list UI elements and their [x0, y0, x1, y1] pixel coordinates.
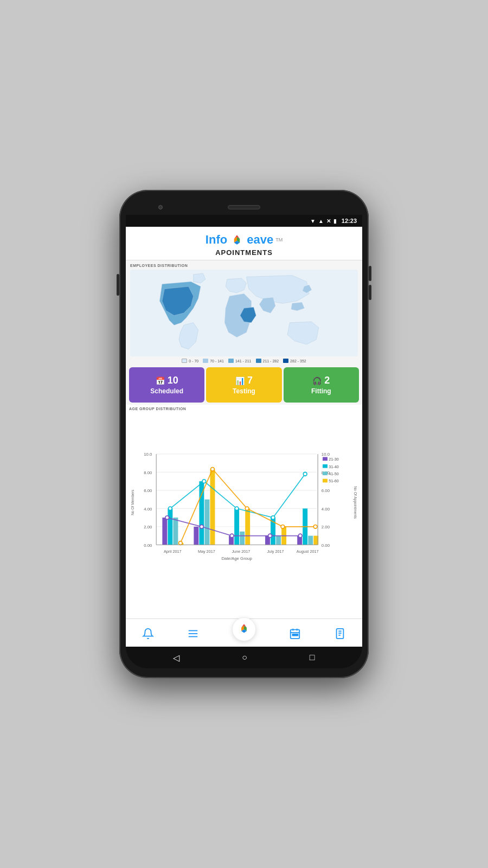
svg-rect-40 — [308, 536, 313, 545]
logo-tm: TM — [275, 237, 282, 242]
logo-info-text: Info — [206, 233, 227, 247]
svg-rect-26 — [194, 527, 198, 545]
home-logo-icon — [237, 622, 251, 636]
svg-text:July 2017: July 2017 — [267, 549, 284, 554]
svg-point-56 — [313, 525, 317, 528]
status-bar: ▼ ▲ ✕ ▮ 12:23 — [126, 215, 362, 227]
svg-text:31-40: 31-40 — [329, 464, 339, 469]
chart-wrapper: 10.0 8.00 6.00 4.00 2.00 0.00 10.0 8.00 … — [129, 412, 359, 617]
map-section-label: EMPLOYEES DISTRIBUTION — [130, 264, 358, 267]
svg-rect-82 — [294, 634, 296, 635]
nav-calendar[interactable] — [289, 628, 301, 640]
logo: Info eave TM — [206, 232, 282, 247]
svg-text:No Of Members: No Of Members — [131, 489, 134, 515]
testing-label: Testing — [233, 387, 255, 395]
svg-text:2.00: 2.00 — [144, 525, 152, 529]
nav-home[interactable] — [232, 617, 256, 641]
svg-text:41-50: 41-50 — [329, 471, 339, 476]
svg-text:0.00: 0.00 — [144, 543, 152, 548]
svg-rect-31 — [234, 508, 239, 545]
wifi-icon: ▼ — [310, 218, 316, 224]
svg-point-49 — [235, 507, 239, 510]
signal-icon: ▲ — [318, 218, 324, 224]
chart-section: AGE GROUP DISTRIBUTION 10.0 8.00 6.00 — [126, 405, 362, 618]
stats-row: 📅 10 Scheduled 📊 7 Testing 🎧 2 Fitting — [126, 365, 362, 405]
svg-rect-72 — [323, 479, 328, 483]
svg-text:6.00: 6.00 — [322, 488, 330, 493]
svg-rect-1 — [129, 442, 359, 588]
svg-text:August 2017: August 2017 — [297, 549, 319, 554]
calendar-icon: 📅 — [156, 376, 165, 385]
svg-point-47 — [169, 507, 172, 510]
svg-point-55 — [281, 525, 285, 528]
svg-text:No Of Appointments: No Of Appointments — [353, 486, 357, 519]
recents-button[interactable]: □ — [310, 653, 315, 662]
chart-label: AGE GROUP DISTRIBUTION — [129, 407, 359, 411]
legend-item-5: 282 - 352 — [283, 359, 306, 363]
app-screen: Info eave TM APOINTMENTS EMPLOYEES DISTR… — [126, 227, 362, 647]
svg-point-53 — [211, 467, 215, 471]
svg-rect-81 — [292, 634, 294, 635]
back-button[interactable]: ◁ — [173, 653, 179, 663]
svg-point-46 — [298, 534, 302, 538]
map-section: EMPLOYEES DISTRIBUTION — [126, 260, 362, 365]
svg-text:6.00: 6.00 — [144, 488, 152, 493]
svg-rect-36 — [276, 536, 281, 545]
svg-text:10.0: 10.0 — [144, 452, 152, 457]
svg-rect-28 — [204, 500, 209, 545]
stat-testing[interactable]: 📊 7 Testing — [206, 367, 281, 403]
svg-point-51 — [303, 472, 307, 476]
svg-text:10.0: 10.0 — [322, 452, 330, 457]
svg-text:Date/Age Group: Date/Age Group — [221, 556, 252, 561]
nav-documents[interactable] — [334, 628, 346, 640]
svg-text:2.00: 2.00 — [322, 525, 330, 529]
app-header: Info eave TM APOINTMENTS — [126, 227, 362, 260]
svg-point-52 — [178, 541, 182, 545]
svg-rect-24 — [173, 518, 178, 545]
stat-fitting[interactable]: 🎧 2 Fitting — [284, 367, 359, 403]
svg-rect-23 — [168, 508, 172, 545]
svg-rect-68 — [323, 464, 328, 468]
svg-text:April 2017: April 2017 — [164, 549, 182, 554]
stat-scheduled[interactable]: 📅 10 Scheduled — [129, 367, 204, 403]
svg-point-50 — [271, 516, 275, 520]
svg-rect-32 — [240, 532, 245, 545]
svg-point-48 — [202, 480, 206, 483]
phone-top-bar — [126, 200, 362, 215]
svg-rect-22 — [162, 518, 167, 545]
svg-point-44 — [230, 534, 234, 538]
map-legend: 0 - 70 70 - 141 141 - 211 211 - 282 282 … — [130, 359, 358, 363]
legend-item-4: 211 - 282 — [256, 359, 279, 363]
battery-icon: ▮ — [333, 218, 337, 224]
svg-rect-33 — [245, 508, 250, 545]
world-map — [130, 270, 358, 356]
svg-rect-29 — [210, 469, 215, 545]
headphone-icon: 🎧 — [312, 376, 322, 385]
svg-point-45 — [268, 534, 272, 538]
legend-item-3: 141 - 211 — [228, 359, 252, 363]
logo-eave-text: eave — [247, 233, 273, 247]
svg-point-42 — [165, 516, 169, 520]
testing-number: 7 — [247, 375, 253, 386]
svg-point-43 — [200, 525, 204, 528]
phone-bottom-bar: ◁ ○ □ — [126, 647, 362, 668]
phone-device: ▼ ▲ ✕ ▮ 12:23 Info eave TM APO — [119, 190, 369, 678]
scheduled-number: 10 — [168, 375, 178, 386]
map-svg — [130, 270, 358, 356]
home-button[interactable]: ○ — [242, 653, 247, 662]
legend-item-2: 70 - 141 — [203, 359, 224, 363]
svg-text:June 2017: June 2017 — [232, 549, 250, 554]
nav-notifications[interactable] — [142, 628, 154, 640]
page-title: APOINTMENTS — [215, 248, 273, 257]
svg-rect-70 — [323, 471, 328, 475]
bottom-nav — [126, 618, 362, 647]
svg-point-54 — [245, 507, 249, 510]
age-distribution-chart: 10.0 8.00 6.00 4.00 2.00 0.00 10.0 8.00 … — [129, 412, 359, 617]
scheduled-label: Scheduled — [150, 387, 183, 395]
svg-text:4.00: 4.00 — [322, 507, 330, 512]
svg-rect-66 — [323, 457, 328, 461]
fitting-label: Fitting — [311, 387, 331, 395]
fitting-number: 2 — [324, 375, 330, 386]
logo-icon — [229, 232, 245, 247]
nav-menu[interactable] — [187, 628, 199, 640]
